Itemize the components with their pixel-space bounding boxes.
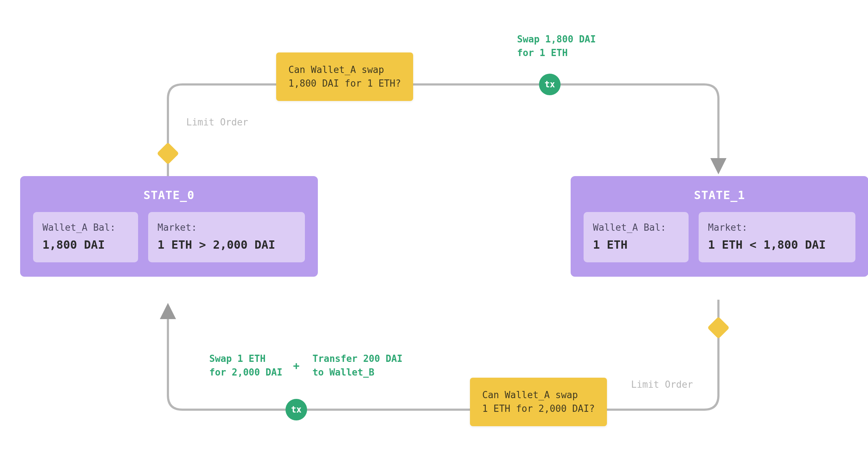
- state-0-market-value: 1 ETH > 2,000 DAI: [157, 238, 296, 252]
- decision-top: Can Wallet_A swap 1,800 DAI for 1 ETH?: [276, 52, 413, 101]
- state-1-wallet-label: Wallet_A Bal:: [593, 222, 679, 233]
- state-0-wallet-value: 1,800 DAI: [42, 238, 129, 252]
- action-top: Swap 1,800 DAI for 1 ETH: [517, 33, 596, 60]
- diamond-icon: [707, 317, 730, 339]
- state-1-title: STATE_1: [584, 188, 855, 202]
- state-0-wallet: Wallet_A Bal: 1,800 DAI: [33, 212, 138, 262]
- state-0-card: STATE_0 Wallet_A Bal: 1,800 DAI Market: …: [20, 176, 318, 277]
- edge-label-bottom: Limit Order: [631, 379, 693, 390]
- edge-label-top: Limit Order: [186, 117, 248, 128]
- action-bottom-left: Swap 1 ETH for 2,000 DAI: [209, 352, 283, 379]
- action-bottom-right: Transfer 200 DAI to Wallet_B: [312, 352, 402, 379]
- decision-bottom: Can Wallet_A swap 1 ETH for 2,000 DAI?: [470, 378, 607, 426]
- diagram-stage: STATE_0 Wallet_A Bal: 1,800 DAI Market: …: [0, 0, 868, 465]
- diamond-icon: [157, 142, 179, 165]
- state-1-wallet-value: 1 ETH: [593, 238, 679, 252]
- state-1-market-label: Market:: [708, 222, 846, 233]
- state-1-card: STATE_1 Wallet_A Bal: 1 ETH Market: 1 ET…: [571, 176, 868, 277]
- tx-badge-bottom: tx: [285, 399, 307, 420]
- plus-icon: +: [293, 359, 300, 372]
- state-1-market: Market: 1 ETH < 1,800 DAI: [699, 212, 855, 262]
- state-0-wallet-label: Wallet_A Bal:: [42, 222, 129, 233]
- state-1-market-value: 1 ETH < 1,800 DAI: [708, 238, 846, 252]
- state-1-wallet: Wallet_A Bal: 1 ETH: [584, 212, 689, 262]
- state-0-market: Market: 1 ETH > 2,000 DAI: [148, 212, 305, 262]
- tx-badge-top: tx: [539, 74, 561, 95]
- state-0-title: STATE_0: [33, 188, 305, 202]
- state-0-market-label: Market:: [157, 222, 296, 233]
